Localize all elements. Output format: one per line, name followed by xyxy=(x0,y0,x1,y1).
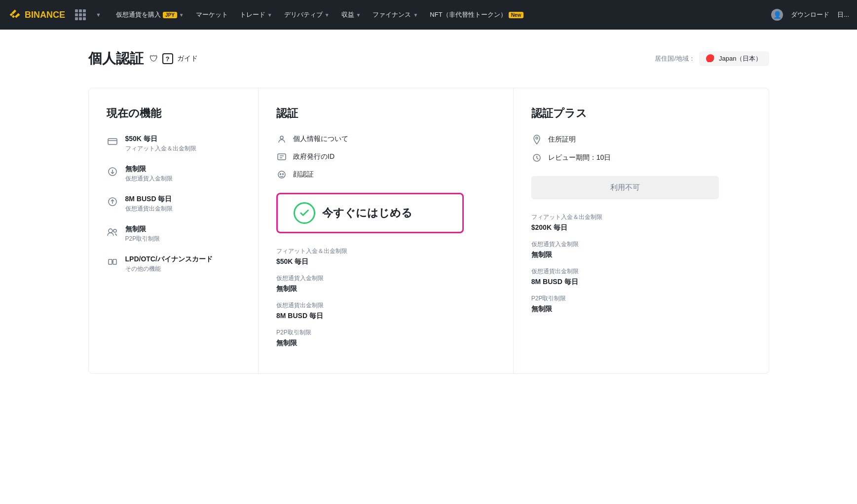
crypto-deposit-icon xyxy=(107,166,118,178)
apps-icon[interactable] xyxy=(75,9,86,20)
ver-p2p-label: P2P取引制限 xyxy=(276,328,495,337)
crypto-deposit-label: 仮想通貨入金制限 xyxy=(125,175,173,183)
svg-point-15 xyxy=(278,171,285,178)
question-icon: ? xyxy=(162,53,173,64)
page-header: 個人認証 🛡 ? ガイド 居住国/地域： Japan（日本） xyxy=(88,49,769,68)
crypto-withdraw-icon xyxy=(107,196,118,208)
location-icon xyxy=(531,135,542,144)
card-icon xyxy=(107,256,118,268)
plus-p2p-value: 無制限 xyxy=(531,305,751,314)
plus-crypto-dep-label: 仮想通貨入金制限 xyxy=(531,240,751,249)
page-title: 個人認証 xyxy=(88,49,144,68)
logo[interactable]: BINANCE xyxy=(8,8,65,22)
current-features-panel: 現在の機能 $50K 毎日 フィアット入金＆出金制限 xyxy=(89,88,259,373)
chevron-down-icon: ▼ xyxy=(413,12,418,18)
feature-crypto-deposit: 無制限 仮想通貨入金制限 xyxy=(107,165,241,183)
chevron-down-icon: ▼ xyxy=(356,12,361,18)
ver-fiat-value: $50K 毎日 xyxy=(276,257,495,266)
verification-title: 認証 xyxy=(276,106,495,121)
plus-p2p-label: P2P取引制限 xyxy=(531,294,751,303)
crypto-deposit-value: 無制限 xyxy=(125,165,173,174)
plus-crypto-with-value: 8M BUSD 毎日 xyxy=(531,278,751,287)
p2p-label: P2P取引制限 xyxy=(125,235,160,243)
page-header-right: 居住国/地域： Japan（日本） xyxy=(655,51,769,66)
nav-right: 👤 ダウンロード 日... xyxy=(771,9,849,21)
verification-plus-panel: 認証プラス 住所証明 レビュー期間：10日 xyxy=(514,88,769,373)
nav-items: 仮想通貨を購入 JPY ▼ マーケット トレード ▼ デリバティブ ▼ 収益 ▼… xyxy=(111,6,761,23)
user-avatar-icon[interactable]: 👤 xyxy=(771,9,783,21)
nav-derivatives[interactable]: デリバティブ ▼ xyxy=(279,6,335,23)
shield-icon: 🛡 xyxy=(149,54,158,64)
chevron-down-icon: ▼ xyxy=(179,12,184,18)
fiat-limit-label: フィアット入金＆出金制限 xyxy=(125,144,196,153)
plus-step-review-label: レビュー期間：10日 xyxy=(548,153,611,162)
fiat-limit-value: $50K 毎日 xyxy=(125,135,196,144)
verification-plus-limits: フィアット入金＆出金制限 $200K 毎日 仮想通貨入金制限 無制限 仮想通貨出… xyxy=(531,213,751,314)
nav-finance[interactable]: ファイナンス ▼ xyxy=(368,6,423,23)
svg-point-17 xyxy=(283,174,284,175)
crypto-withdraw-label: 仮想通貨出金制限 xyxy=(125,205,173,213)
chevron-down-icon: ▼ xyxy=(267,12,272,18)
person-icon xyxy=(276,135,287,144)
svg-point-7 xyxy=(113,229,116,232)
feature-other: LPD/OTC/バイナンスカード その他の機能 xyxy=(107,255,241,273)
ver-crypto-dep-label: 仮想通貨入金制限 xyxy=(276,274,495,283)
svg-rect-0 xyxy=(108,139,117,144)
svg-rect-8 xyxy=(109,259,112,264)
verification-plus-title: 認証プラス xyxy=(531,106,751,121)
svg-rect-9 xyxy=(113,259,116,264)
verify-step-face-label: 顔認証 xyxy=(293,170,314,179)
nav-language[interactable]: 日... xyxy=(837,10,849,19)
chevron-down-icon: ▼ xyxy=(325,12,330,18)
verify-step-personal: 個人情報について xyxy=(276,135,495,144)
page-container: 個人認証 🛡 ? ガイド 居住国/地域： Japan（日本） 現在の機能 xyxy=(59,30,799,394)
new-badge: New xyxy=(509,12,524,18)
p2p-icon xyxy=(107,226,118,238)
svg-point-6 xyxy=(109,229,112,233)
ver-crypto-with-label: 仮想通貨出金制限 xyxy=(276,301,495,310)
page-header-icons: 🛡 ? ガイド xyxy=(149,53,198,64)
feature-p2p: 無制限 P2P取引制限 xyxy=(107,225,241,243)
check-circle-icon xyxy=(294,202,315,224)
nav-market[interactable]: マーケット xyxy=(191,6,233,23)
nav-trade[interactable]: トレード ▼ xyxy=(235,6,277,23)
verify-step-id: 政府発行のID xyxy=(276,152,495,161)
ver-fiat-label: フィアット入金＆出金制限 xyxy=(276,247,495,255)
nav-earn[interactable]: 収益 ▼ xyxy=(336,6,366,23)
svg-point-18 xyxy=(536,137,538,139)
region-label: 居住国/地域： xyxy=(655,54,695,63)
crypto-withdraw-value: 8M BUSD 毎日 xyxy=(125,195,173,204)
feature-fiat: $50K 毎日 フィアット入金＆出金制限 xyxy=(107,135,241,153)
plus-fiat-label: フィアット入金＆出金制限 xyxy=(531,213,751,221)
verification-panel: 認証 個人情報について 政府発行 xyxy=(259,88,514,373)
plus-crypto-with-label: 仮想通貨出金制限 xyxy=(531,267,751,276)
clock-icon xyxy=(531,153,542,162)
verify-step-id-label: 政府発行のID xyxy=(293,152,335,161)
other-label: その他の機能 xyxy=(125,265,213,273)
start-verification-button[interactable]: 今すぐにはじめる xyxy=(276,193,464,233)
ver-p2p-value: 無制限 xyxy=(276,339,495,348)
navbar: BINANCE ▼ 仮想通貨を購入 JPY ▼ マーケット トレード ▼ デリバ… xyxy=(0,0,857,30)
country-name: Japan（日本） xyxy=(719,54,762,63)
plus-step-address-label: 住所証明 xyxy=(548,135,576,144)
start-button-label: 今すぐにはじめる xyxy=(322,206,412,220)
plus-step-address: 住所証明 xyxy=(531,135,751,144)
verification-limits: フィアット入金＆出金制限 $50K 毎日 仮想通貨入金制限 無制限 仮想通貨出金… xyxy=(276,247,495,348)
credit-card-icon xyxy=(107,136,118,147)
other-value: LPD/OTC/バイナンスカード xyxy=(125,255,213,264)
apps-chevron: ▼ xyxy=(96,12,101,18)
p2p-value: 無制限 xyxy=(125,225,160,234)
nav-download[interactable]: ダウンロード xyxy=(791,10,829,19)
verify-step-personal-label: 個人情報について xyxy=(293,135,348,144)
plus-fiat-value: $200K 毎日 xyxy=(531,223,751,232)
guide-link[interactable]: ガイド xyxy=(177,54,198,63)
plus-crypto-dep-value: 無制限 xyxy=(531,251,751,259)
svg-rect-12 xyxy=(278,154,286,160)
country-selector[interactable]: Japan（日本） xyxy=(699,51,769,66)
ver-crypto-dep-value: 無制限 xyxy=(276,285,495,293)
nav-nft[interactable]: NFT（非代替性トークン） New xyxy=(425,6,528,23)
ver-crypto-with-value: 8M BUSD 毎日 xyxy=(276,312,495,321)
unavailable-button: 利用不可 xyxy=(531,176,719,199)
nav-buy-crypto[interactable]: 仮想通貨を購入 JPY ▼ xyxy=(111,6,189,23)
page-header-left: 個人認証 🛡 ? ガイド xyxy=(88,49,198,68)
